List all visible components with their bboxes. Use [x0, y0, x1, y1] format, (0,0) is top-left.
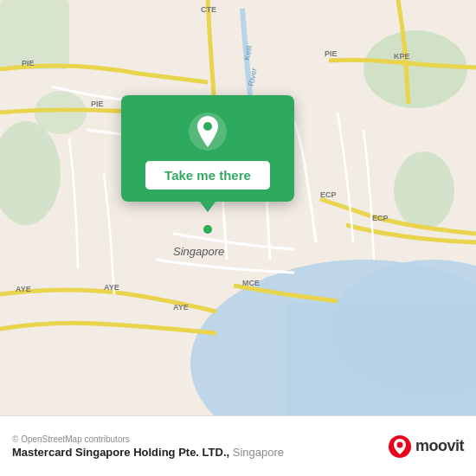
svg-text:AYE: AYE: [16, 285, 31, 293]
location-info: © OpenStreetMap contributors Mastercard …: [12, 434, 388, 459]
svg-text:KPE: KPE: [394, 52, 410, 61]
map-background: Keili River PIE PIE PIE PIE KPE CTE AYE …: [0, 0, 476, 415]
bottom-bar: © OpenStreetMap contributors Mastercard …: [0, 415, 476, 476]
svg-point-8: [35, 91, 87, 134]
svg-text:MCE: MCE: [242, 279, 260, 287]
svg-text:CTE: CTE: [201, 5, 216, 14]
svg-point-24: [203, 225, 212, 234]
svg-point-6: [394, 151, 454, 229]
moovit-logo: moovit: [388, 434, 464, 459]
svg-text:PIE: PIE: [22, 59, 35, 68]
location-name: Mastercard Singapore Holding Pte. LTD., …: [12, 446, 388, 459]
svg-rect-3: [286, 303, 476, 415]
popup-card: Take me there: [121, 95, 294, 202]
location-pin-icon: [187, 111, 228, 152]
svg-text:PIE: PIE: [325, 49, 338, 58]
moovit-label: moovit: [415, 437, 464, 455]
svg-rect-7: [0, 0, 69, 69]
attribution-text: © OpenStreetMap contributors: [12, 434, 388, 444]
moovit-brand-icon: [388, 434, 412, 459]
svg-text:AYE: AYE: [104, 283, 119, 292]
svg-point-26: [203, 122, 212, 131]
svg-text:Singapore: Singapore: [173, 245, 224, 258]
take-me-there-button[interactable]: Take me there: [145, 161, 270, 190]
svg-text:AYE: AYE: [173, 303, 189, 312]
svg-point-28: [396, 441, 402, 447]
svg-text:PIE: PIE: [91, 100, 104, 108]
svg-text:ECP: ECP: [320, 190, 337, 199]
svg-text:ECP: ECP: [372, 214, 389, 222]
map-container: Keili River PIE PIE PIE PIE KPE CTE AYE …: [0, 0, 476, 415]
svg-point-4: [363, 30, 467, 108]
